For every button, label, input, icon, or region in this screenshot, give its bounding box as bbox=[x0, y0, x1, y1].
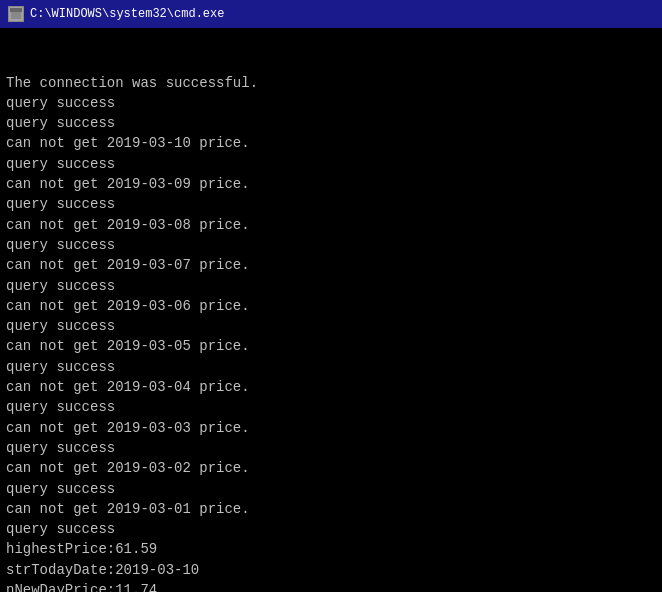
window: C:\WINDOWS\system32\cmd.exe The connecti… bbox=[0, 0, 662, 592]
terminal-line: can not get 2019-03-03 price. bbox=[6, 418, 656, 438]
terminal-line: can not get 2019-03-08 price. bbox=[6, 215, 656, 235]
window-title: C:\WINDOWS\system32\cmd.exe bbox=[30, 7, 654, 21]
terminal-line: strTodayDate:2019-03-10 bbox=[6, 560, 656, 580]
terminal-line: query success bbox=[6, 194, 656, 214]
terminal-line: highestPrice:61.59 bbox=[6, 539, 656, 559]
title-bar: C:\WINDOWS\system32\cmd.exe bbox=[0, 0, 662, 28]
terminal-output: The connection was successful.query succ… bbox=[0, 28, 662, 592]
terminal-line: query success bbox=[6, 357, 656, 377]
terminal-line: can not get 2019-03-10 price. bbox=[6, 133, 656, 153]
terminal-line: can not get 2019-03-09 price. bbox=[6, 174, 656, 194]
terminal-line: can not get 2019-03-05 price. bbox=[6, 336, 656, 356]
terminal-line: query success bbox=[6, 113, 656, 133]
window-icon bbox=[8, 6, 24, 22]
terminal-line: query success bbox=[6, 235, 656, 255]
terminal-line: can not get 2019-03-07 price. bbox=[6, 255, 656, 275]
terminal-line: can not get 2019-03-06 price. bbox=[6, 296, 656, 316]
terminal-line: query success bbox=[6, 93, 656, 113]
terminal-line: nNewDayPrice:11.74 bbox=[6, 580, 656, 592]
terminal-line: The connection was successful. bbox=[6, 73, 656, 93]
terminal-line: can not get 2019-03-04 price. bbox=[6, 377, 656, 397]
terminal-line: query success bbox=[6, 316, 656, 336]
terminal-line: can not get 2019-03-01 price. bbox=[6, 499, 656, 519]
terminal-line: query success bbox=[6, 479, 656, 499]
svg-rect-1 bbox=[10, 8, 22, 12]
terminal-line: query success bbox=[6, 276, 656, 296]
terminal-line: query success bbox=[6, 438, 656, 458]
terminal-line: query success bbox=[6, 519, 656, 539]
terminal-line: query success bbox=[6, 154, 656, 174]
terminal-line: can not get 2019-03-02 price. bbox=[6, 458, 656, 478]
terminal-line: query success bbox=[6, 397, 656, 417]
